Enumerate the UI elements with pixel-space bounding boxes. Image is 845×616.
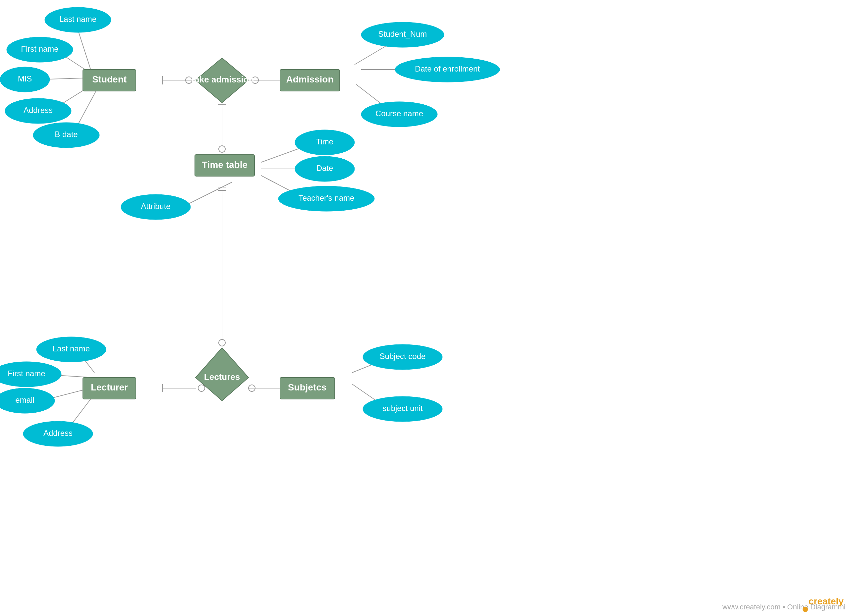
attr-address-lecturer-label: Address [43, 428, 73, 437]
entity-admission-label: Admission [286, 74, 334, 84]
attr-first-name-student-label: First name [21, 44, 58, 53]
attr-student-num-label: Student_Num [378, 29, 427, 38]
entity-lecturer-label: Lecturer [91, 382, 128, 392]
watermark-brand: creately [808, 596, 844, 606]
attr-subject-code-label: Subject code [380, 352, 426, 361]
attr-address-student-label: Address [24, 106, 53, 114]
attr-mis-label: MIS [18, 74, 32, 83]
entity-student-label: Student [92, 74, 126, 84]
entity-timetable-label: Time table [202, 160, 248, 170]
attr-subject-unit-label: subject unit [382, 404, 423, 413]
attr-date-label: Date [316, 164, 334, 173]
svg-line-28 [261, 147, 302, 162]
relationship-take-admission-label: Take admission [190, 75, 254, 84]
attr-bdate-label: B date [55, 130, 78, 139]
svg-line-31 [185, 182, 232, 205]
attr-first-name-lecturer-label: First name [7, 369, 45, 378]
attr-email-label: email [15, 395, 34, 404]
attr-teachers-name-label: Teacher's name [298, 194, 354, 202]
relationship-lectures-label: Lectures [204, 372, 240, 382]
attr-date-enrollment-label: Date of enrollment [415, 64, 480, 73]
attr-course-name-label: Course name [375, 109, 423, 118]
attr-last-name-lecturer-label: Last name [53, 344, 90, 353]
svg-point-38 [802, 607, 808, 612]
svg-point-16 [198, 385, 205, 392]
entity-subjetcs-label: Subjetcs [288, 382, 327, 392]
attr-last-name-student-label: Last name [59, 15, 96, 23]
attr-time-label: Time [316, 137, 334, 146]
er-diagram: Student Admission Time table Lecturer Su… [0, 0, 845, 616]
attr-attribute-label: Attribute [141, 202, 170, 211]
